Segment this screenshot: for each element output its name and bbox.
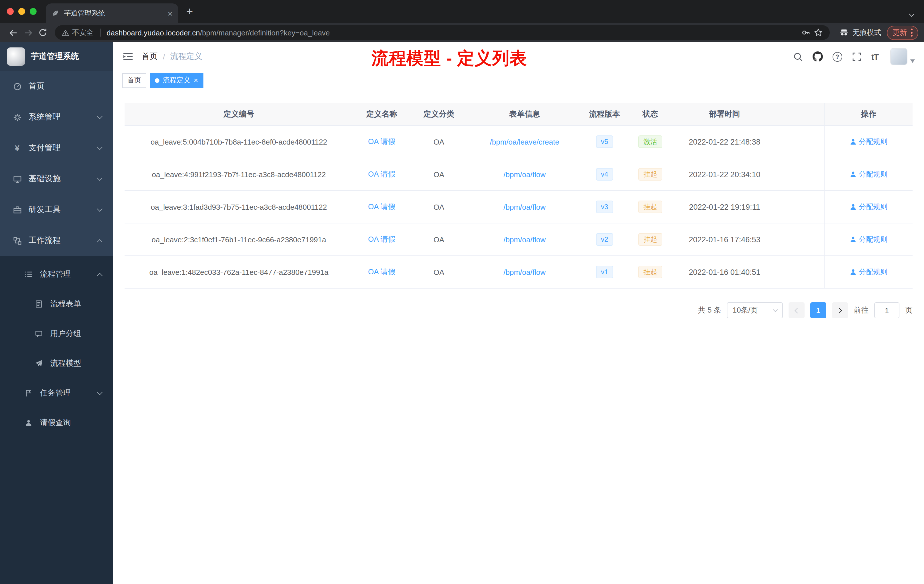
definition-name-link[interactable]: OA 请假 <box>368 169 395 180</box>
form-link[interactable]: /bpm/oa/flow <box>503 170 545 178</box>
sidebar-item-payment[interactable]: ¥ 支付管理 <box>0 133 113 163</box>
sidebar-fold-icon[interactable] <box>122 51 134 62</box>
deploy-time: 2022-01-22 21:48:38 <box>673 126 776 158</box>
url-host: dashboard.yudao.iocoder.cn <box>107 28 200 37</box>
sidebar-item-process-form[interactable]: 流程表单 <box>0 289 113 319</box>
chevron-down-icon <box>97 113 102 119</box>
minimize-window-button[interactable] <box>18 8 25 15</box>
definition-category: OA <box>410 256 467 288</box>
current-page-button[interactable]: 1 <box>810 302 826 318</box>
definition-name-link[interactable]: OA 请假 <box>368 202 395 212</box>
sidebar-item-label: 研发工具 <box>28 205 61 215</box>
sidebar-item-system[interactable]: 系统管理 <box>0 102 113 133</box>
table-row: oa_leave:4:991f2193-7b7f-11ec-a3c8-acde4… <box>125 158 912 191</box>
tab-title: 芋道管理系统 <box>64 8 163 18</box>
sidebar-item-label: 支付管理 <box>28 143 61 153</box>
top-navbar: 首页 / 流程定义 流程模型 - 定义列表 ? tT <box>113 42 924 71</box>
definition-id: oa_leave:1:482ec033-762a-11ec-8477-a2380… <box>125 256 353 288</box>
status-tag: 激活 <box>638 135 662 148</box>
form-link[interactable]: /bpm/oa/flow <box>503 268 545 276</box>
definition-category: OA <box>410 158 467 190</box>
sidebar-item-leave-query[interactable]: 请假查询 <box>0 408 113 438</box>
sidebar-item-user-group[interactable]: 用户分组 <box>0 319 113 348</box>
prev-page-button[interactable] <box>789 302 805 318</box>
assign-rule-link[interactable]: 分配规则 <box>850 202 888 212</box>
zoom-window-button[interactable] <box>30 8 36 15</box>
version-tag: v3 <box>596 201 613 213</box>
next-page-button[interactable] <box>832 302 848 318</box>
help-icon[interactable]: ? <box>833 52 842 61</box>
chat-bubble-icon <box>34 329 43 338</box>
deploy-time: 2022-01-16 01:40:51 <box>673 256 776 288</box>
tag-label: 流程定义 <box>163 76 190 85</box>
security-label: 不安全 <box>72 28 93 38</box>
tag-label: 首页 <box>127 76 141 85</box>
address-bar[interactable]: 不安全 dashboard.yudao.iocoder.cn/bpm/manag… <box>55 25 830 40</box>
sidebar-item-task-management[interactable]: 任务管理 <box>0 378 113 408</box>
url-path: /bpm/manager/definition?key=oa_leave <box>200 28 330 37</box>
assign-rule-link[interactable]: 分配规则 <box>850 170 888 179</box>
person-icon <box>24 418 33 427</box>
column-header: 定义名称 <box>353 103 410 125</box>
tags-view-bar: 首页 流程定义 × <box>113 71 924 90</box>
reload-button[interactable] <box>35 25 50 40</box>
forward-button[interactable] <box>21 25 35 40</box>
sidebar-item-home[interactable]: 首页 <box>0 71 113 102</box>
close-window-button[interactable] <box>7 8 14 15</box>
form-link[interactable]: /bpm/oa/flow <box>503 235 545 244</box>
sidebar-item-label: 首页 <box>28 81 45 91</box>
window-controls <box>7 8 36 15</box>
tag-process-definition[interactable]: 流程定义 × <box>150 73 203 88</box>
page-size-select[interactable]: 10条/页 <box>727 302 783 318</box>
sidebar-item-infrastructure[interactable]: 基础设施 <box>0 163 113 194</box>
new-tab-button[interactable]: + <box>186 6 193 17</box>
browser-update-menu-button[interactable]: 更新 <box>887 25 918 40</box>
definition-id: oa_leave:2:3c1f0ef1-76b1-11ec-9c66-a2380… <box>125 223 353 256</box>
chevron-down-icon <box>97 389 102 395</box>
sidebar-item-process-management[interactable]: 流程管理 <box>0 259 113 289</box>
tag-home[interactable]: 首页 <box>122 73 146 88</box>
bookmark-star-icon[interactable] <box>814 28 823 37</box>
sidebar-item-workflow[interactable]: 工作流程 <box>0 225 113 256</box>
definition-name-link[interactable]: OA 请假 <box>368 137 395 147</box>
browser-tab[interactable]: 芋道管理系统 × <box>46 3 178 23</box>
sidebar-item-process-model[interactable]: 流程模型 <box>0 348 113 378</box>
total-count: 共 5 条 <box>698 305 721 315</box>
github-icon[interactable] <box>813 51 823 62</box>
yen-icon: ¥ <box>13 144 22 153</box>
sidebar-logo[interactable]: 芋道管理系统 <box>0 42 113 71</box>
chevron-right-icon <box>836 307 842 313</box>
form-link[interactable]: /bpm/oa/flow <box>503 203 545 211</box>
tag-close-icon[interactable]: × <box>194 77 198 84</box>
column-header: 部署时间 <box>673 103 776 125</box>
fullscreen-icon[interactable] <box>852 52 862 61</box>
status-tag: 挂起 <box>638 233 662 246</box>
search-icon[interactable] <box>793 52 803 61</box>
form-link[interactable]: /bpm/oa/leave/create <box>490 137 559 146</box>
kebab-menu-icon <box>911 28 912 36</box>
toolbox-icon <box>13 205 22 214</box>
back-button[interactable] <box>6 25 21 40</box>
font-size-icon[interactable]: tT <box>871 52 878 61</box>
key-icon[interactable] <box>801 28 810 37</box>
assign-rule-link[interactable]: 分配规则 <box>850 267 888 277</box>
incognito-badge: 无痕模式 <box>839 27 881 38</box>
column-header: 表单信息 <box>467 103 582 125</box>
definition-name-link[interactable]: OA 请假 <box>368 234 395 244</box>
app-title: 芋道管理系统 <box>31 51 79 62</box>
goto-page-input[interactable] <box>874 302 899 318</box>
breadcrumb-home[interactable]: 首页 <box>142 51 158 62</box>
tab-search-chevron-icon[interactable] <box>910 8 914 18</box>
user-menu[interactable] <box>890 48 915 65</box>
page-annotation: 流程模型 - 定义列表 <box>371 47 527 70</box>
sidebar: 芋道管理系统 首页 系统管理 ¥ 支付管理 <box>0 42 113 584</box>
assign-rule-link[interactable]: 分配规则 <box>850 234 888 244</box>
incognito-icon <box>839 27 849 38</box>
security-warning[interactable]: 不安全 <box>62 28 93 38</box>
chevron-down-icon <box>97 206 102 211</box>
sidebar-item-label: 请假查询 <box>40 418 71 428</box>
assign-rule-link[interactable]: 分配规则 <box>850 137 888 147</box>
tab-close-icon[interactable]: × <box>167 9 173 17</box>
definition-name-link[interactable]: OA 请假 <box>368 267 395 277</box>
sidebar-item-devtools[interactable]: 研发工具 <box>0 194 113 225</box>
